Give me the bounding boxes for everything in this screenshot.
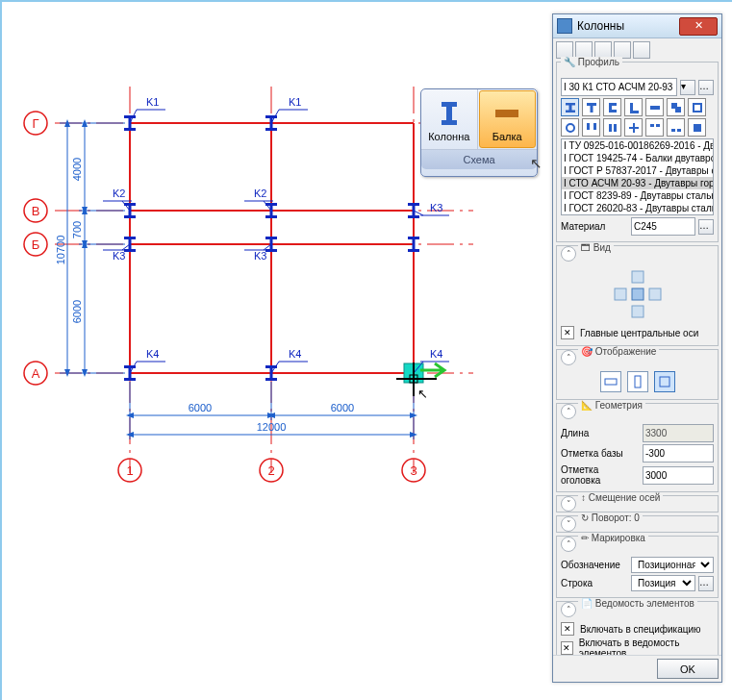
material-browse[interactable]: …	[698, 219, 714, 235]
svg-text:12000: 12000	[257, 421, 287, 433]
svg-rect-95	[590, 105, 593, 112]
rotate-group: ˅↻ Поворот: 0	[556, 515, 719, 533]
standard-row[interactable]: I ГОСТ 19425-74 - Балки двутавровы ▸	[562, 152, 713, 164]
ribbon-scheme: Колонна Балка Схема	[420, 88, 538, 177]
mark-row-more[interactable]: …	[698, 576, 714, 591]
profile-browse[interactable]: …	[698, 80, 714, 95]
base-input[interactable]	[643, 444, 714, 462]
svg-rect-101	[694, 124, 701, 132]
standard-row[interactable]: I ГОСТ Р 57837-2017 - Двутавры ста ▸	[562, 164, 713, 177]
shape-2U[interactable]	[645, 118, 664, 137]
svg-rect-102	[632, 288, 644, 300]
shape-plate[interactable]	[645, 98, 664, 116]
shape-2C[interactable]	[603, 118, 621, 137]
svg-rect-103	[632, 271, 644, 283]
svg-rect-108	[635, 376, 641, 388]
beam-button[interactable]: Балка	[479, 90, 537, 148]
svg-text:6000: 6000	[331, 402, 354, 413]
svg-text:4000: 4000	[71, 158, 83, 181]
axes-check[interactable]: ✕	[561, 326, 574, 339]
svg-rect-104	[632, 306, 644, 317]
marking-group: ˄✏ Маркировка Обозначение Позиционная вы…	[556, 536, 719, 598]
svg-text:2: 2	[267, 463, 274, 478]
elem-toggle[interactable]: ˄	[561, 602, 576, 617]
shape-I[interactable]	[561, 98, 579, 116]
view-group: ˄🗔 Вид ✕Главные центральные оси	[556, 245, 719, 346]
svg-text:K4: K4	[430, 348, 442, 360]
profile-input[interactable]	[561, 78, 677, 96]
beam-label: Балка	[492, 131, 522, 142]
shape-2Ub[interactable]	[667, 118, 685, 137]
shape-L[interactable]	[624, 98, 643, 116]
svg-text:6000: 6000	[71, 300, 83, 323]
svg-rect-96	[650, 106, 660, 110]
panel-title: Колонны	[577, 19, 624, 33]
disp-1[interactable]	[600, 371, 621, 392]
svg-rect-109	[660, 377, 669, 387]
shape-T[interactable]	[582, 98, 600, 116]
disp-3[interactable]	[654, 371, 675, 392]
shape-2L[interactable]	[582, 118, 600, 137]
material-input[interactable]	[631, 217, 695, 236]
svg-text:K1: K1	[289, 96, 301, 108]
shape-custom[interactable]	[688, 118, 706, 137]
length-input	[643, 424, 714, 442]
svg-rect-89	[446, 106, 452, 121]
mark-toggle[interactable]: ˄	[561, 537, 576, 552]
list-check[interactable]: ✕	[561, 641, 573, 655]
shape-box[interactable]	[688, 98, 706, 116]
svg-text:K4: K4	[289, 348, 301, 360]
svg-text:1: 1	[126, 463, 133, 478]
svg-rect-97	[694, 104, 701, 112]
shape-Z[interactable]	[667, 98, 685, 116]
mark-designation-sel[interactable]: Позиционная выноска	[631, 557, 714, 573]
top-input[interactable]	[643, 466, 714, 485]
standard-row[interactable]: I ГОСТ 26020-83 - Двутавры стальн ▸	[562, 202, 713, 214]
shape-pipe[interactable]	[561, 118, 579, 137]
view-widget[interactable]	[561, 264, 714, 324]
panel-titlebar[interactable]: Колонны ✕	[553, 14, 721, 38]
svg-rect-93	[568, 105, 571, 111]
rotate-toggle[interactable]: ˅	[561, 516, 576, 532]
svg-text:В: В	[32, 204, 40, 218]
view-toggle[interactable]: ˄	[561, 246, 576, 262]
shape-C[interactable]	[603, 98, 621, 116]
svg-text:10700: 10700	[55, 236, 66, 265]
standard-row[interactable]: I ГОСТ 8239-89 - Двутавры стальные ▸	[562, 189, 713, 202]
tb-icon-5[interactable]	[633, 41, 650, 59]
shape-row-1	[561, 98, 714, 116]
svg-text:6000: 6000	[189, 402, 212, 413]
svg-text:Б: Б	[32, 238, 40, 252]
svg-text:↖: ↖	[417, 387, 428, 401]
column-button[interactable]: Колонна	[421, 89, 478, 149]
svg-text:K3: K3	[430, 202, 442, 213]
svg-point-98	[567, 124, 574, 132]
standard-row[interactable]: I СТО АСЧМ 20-93 - Двутавры горяч ▸	[562, 177, 713, 189]
mark-row-sel[interactable]: Позиция	[631, 575, 695, 591]
standards-list[interactable]: I ТУ 0925-016-00186269-2016 - Двут ▸I ГО…	[561, 138, 714, 215]
spec-check[interactable]: ✕	[561, 622, 574, 636]
svg-rect-100	[629, 127, 639, 129]
display-toggle[interactable]: ˄	[561, 350, 576, 365]
svg-text:K2: K2	[113, 188, 125, 199]
standard-row[interactable]: I ТУ 0925-016-00186269-2016 - Двут ▸	[562, 139, 713, 152]
geom-toggle[interactable]: ˄	[561, 404, 576, 419]
svg-text:K4: K4	[146, 348, 159, 360]
close-button[interactable]: ✕	[679, 17, 718, 36]
profile-dropdown[interactable]: ▾	[680, 80, 695, 95]
ribbon-caption: Схема	[421, 149, 537, 169]
shape-cross[interactable]	[624, 118, 643, 137]
ok-button[interactable]: OK	[657, 659, 719, 679]
svg-text:K1: K1	[146, 96, 159, 108]
svg-text:3: 3	[410, 463, 416, 478]
svg-text:Г: Г	[32, 116, 38, 131]
svg-rect-107	[605, 379, 617, 385]
svg-text:K2: K2	[254, 188, 266, 199]
geometry-group: ˄📐 Геометрия Длина Отметка базы Отметка …	[556, 403, 719, 492]
offset-toggle[interactable]: ˅	[561, 496, 576, 512]
svg-rect-90	[495, 110, 518, 117]
disp-2[interactable]	[627, 371, 648, 392]
offset-group: ˅↕ Смещение осей	[556, 495, 719, 512]
elements-group: ˄📄 Ведомость элементов ✕Включать в специ…	[556, 601, 719, 655]
app-icon	[557, 18, 572, 34]
